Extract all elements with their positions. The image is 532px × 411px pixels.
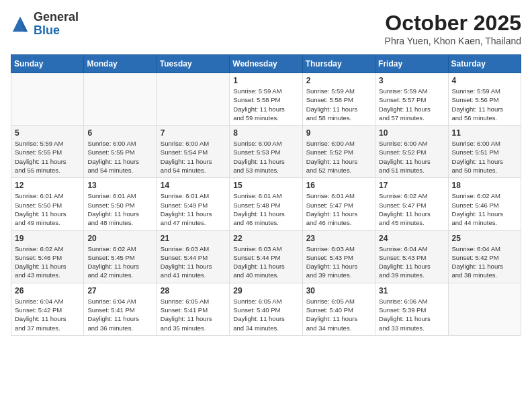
- day-info: Sunrise: 6:00 AM Sunset: 5:52 PM Dayligh…: [379, 139, 444, 175]
- day-info: Sunrise: 6:04 AM Sunset: 5:41 PM Dayligh…: [87, 297, 152, 332]
- calendar-cell: 12Sunrise: 6:01 AM Sunset: 5:50 PM Dayli…: [11, 178, 84, 230]
- day-number: 15: [233, 181, 298, 190]
- logo-general: General: [34, 10, 79, 24]
- calendar-cell: 8Sunrise: 6:00 AM Sunset: 5:53 PM Daylig…: [230, 126, 302, 178]
- day-number: 1: [233, 76, 298, 85]
- day-number: 22: [233, 234, 298, 243]
- day-info: Sunrise: 6:01 AM Sunset: 5:50 PM Dayligh…: [15, 191, 80, 227]
- weekday-header: Monday: [84, 55, 157, 73]
- calendar-cell: 21Sunrise: 6:03 AM Sunset: 5:44 PM Dayli…: [157, 230, 229, 283]
- calendar-week-row: 1Sunrise: 5:59 AM Sunset: 5:58 PM Daylig…: [11, 73, 521, 126]
- logo-blue: Blue: [34, 24, 60, 37]
- day-info: Sunrise: 6:05 AM Sunset: 5:40 PM Dayligh…: [233, 297, 298, 332]
- calendar-cell: 17Sunrise: 6:02 AM Sunset: 5:47 PM Dayli…: [375, 178, 448, 230]
- calendar-cell: 10Sunrise: 6:00 AM Sunset: 5:52 PM Dayli…: [375, 126, 448, 178]
- day-number: 20: [87, 234, 152, 243]
- day-info: Sunrise: 6:00 AM Sunset: 5:55 PM Dayligh…: [87, 139, 152, 175]
- day-number: 19: [15, 234, 80, 243]
- day-info: Sunrise: 6:04 AM Sunset: 5:42 PM Dayligh…: [452, 244, 517, 280]
- day-info: Sunrise: 6:04 AM Sunset: 5:43 PM Dayligh…: [379, 244, 444, 280]
- calendar-cell: 27Sunrise: 6:04 AM Sunset: 5:41 PM Dayli…: [84, 283, 157, 335]
- day-number: 26: [15, 286, 80, 295]
- weekday-header: Sunday: [11, 55, 84, 73]
- calendar-cell: 20Sunrise: 6:02 AM Sunset: 5:45 PM Dayli…: [84, 230, 157, 283]
- calendar-cell: 7Sunrise: 6:00 AM Sunset: 5:54 PM Daylig…: [157, 126, 229, 178]
- day-info: Sunrise: 6:01 AM Sunset: 5:49 PM Dayligh…: [161, 191, 226, 227]
- day-info: Sunrise: 6:03 AM Sunset: 5:43 PM Dayligh…: [306, 244, 371, 280]
- month-title: October 2025: [385, 11, 521, 36]
- day-number: 31: [379, 286, 444, 295]
- day-number: 4: [452, 76, 517, 85]
- calendar-cell: 14Sunrise: 6:01 AM Sunset: 5:49 PM Dayli…: [157, 178, 229, 230]
- calendar-cell: 23Sunrise: 6:03 AM Sunset: 5:43 PM Dayli…: [302, 230, 375, 283]
- day-number: 17: [379, 181, 444, 190]
- calendar-cell: 26Sunrise: 6:04 AM Sunset: 5:42 PM Dayli…: [11, 283, 84, 335]
- day-info: Sunrise: 6:01 AM Sunset: 5:47 PM Dayligh…: [306, 191, 371, 227]
- day-info: Sunrise: 5:59 AM Sunset: 5:58 PM Dayligh…: [306, 87, 371, 122]
- calendar-cell: [11, 73, 84, 126]
- weekday-header: Tuesday: [157, 55, 229, 73]
- calendar-cell: 9Sunrise: 6:00 AM Sunset: 5:52 PM Daylig…: [302, 126, 375, 178]
- day-number: 21: [161, 234, 226, 243]
- calendar-week-row: 12Sunrise: 6:01 AM Sunset: 5:50 PM Dayli…: [11, 178, 521, 230]
- day-number: 13: [87, 181, 152, 190]
- day-info: Sunrise: 6:05 AM Sunset: 5:41 PM Dayligh…: [161, 297, 226, 332]
- day-info: Sunrise: 6:00 AM Sunset: 5:54 PM Dayligh…: [161, 139, 226, 175]
- day-number: 5: [15, 128, 80, 138]
- calendar-cell: 1Sunrise: 5:59 AM Sunset: 5:58 PM Daylig…: [230, 73, 302, 126]
- day-info: Sunrise: 6:05 AM Sunset: 5:40 PM Dayligh…: [306, 297, 371, 332]
- day-number: 7: [161, 128, 226, 138]
- day-info: Sunrise: 6:01 AM Sunset: 5:50 PM Dayligh…: [87, 191, 152, 227]
- day-number: 14: [161, 181, 226, 190]
- day-number: 11: [452, 128, 517, 138]
- calendar-cell: 30Sunrise: 6:05 AM Sunset: 5:40 PM Dayli…: [302, 283, 375, 335]
- calendar-cell: [157, 73, 229, 126]
- day-number: 16: [306, 181, 371, 190]
- calendar-cell: 16Sunrise: 6:01 AM Sunset: 5:47 PM Dayli…: [302, 178, 375, 230]
- calendar-cell: 4Sunrise: 5:59 AM Sunset: 5:56 PM Daylig…: [448, 73, 521, 126]
- calendar-cell: 22Sunrise: 6:03 AM Sunset: 5:44 PM Dayli…: [230, 230, 302, 283]
- day-info: Sunrise: 5:59 AM Sunset: 5:55 PM Dayligh…: [15, 139, 80, 175]
- calendar-cell: 13Sunrise: 6:01 AM Sunset: 5:50 PM Dayli…: [84, 178, 157, 230]
- calendar-table: SundayMondayTuesdayWednesdayThursdayFrid…: [11, 54, 521, 336]
- calendar-cell: 15Sunrise: 6:01 AM Sunset: 5:48 PM Dayli…: [230, 178, 302, 230]
- calendar-header-row: SundayMondayTuesdayWednesdayThursdayFrid…: [11, 55, 521, 73]
- day-info: Sunrise: 6:06 AM Sunset: 5:39 PM Dayligh…: [379, 297, 444, 332]
- day-number: 28: [161, 286, 226, 295]
- day-number: 6: [87, 128, 152, 138]
- day-number: 27: [87, 286, 152, 295]
- calendar-cell: 5Sunrise: 5:59 AM Sunset: 5:55 PM Daylig…: [11, 126, 84, 178]
- logo-text: General Blue: [34, 11, 79, 38]
- calendar-cell: 28Sunrise: 6:05 AM Sunset: 5:41 PM Dayli…: [157, 283, 229, 335]
- day-info: Sunrise: 6:00 AM Sunset: 5:51 PM Dayligh…: [452, 139, 517, 175]
- page-header: General Blue October 2025 Phra Yuen, Kho…: [11, 11, 521, 46]
- calendar-cell: 2Sunrise: 5:59 AM Sunset: 5:58 PM Daylig…: [302, 73, 375, 126]
- day-number: 12: [15, 181, 80, 190]
- day-info: Sunrise: 6:02 AM Sunset: 5:46 PM Dayligh…: [15, 244, 80, 280]
- day-info: Sunrise: 6:04 AM Sunset: 5:42 PM Dayligh…: [15, 297, 80, 332]
- day-info: Sunrise: 6:03 AM Sunset: 5:44 PM Dayligh…: [233, 244, 298, 280]
- weekday-header: Thursday: [302, 55, 375, 73]
- logo: General Blue: [11, 11, 79, 38]
- day-number: 25: [452, 234, 517, 243]
- calendar-cell: 19Sunrise: 6:02 AM Sunset: 5:46 PM Dayli…: [11, 230, 84, 283]
- calendar-week-row: 5Sunrise: 5:59 AM Sunset: 5:55 PM Daylig…: [11, 126, 521, 178]
- calendar-cell: 24Sunrise: 6:04 AM Sunset: 5:43 PM Dayli…: [375, 230, 448, 283]
- calendar-cell: 25Sunrise: 6:04 AM Sunset: 5:42 PM Dayli…: [448, 230, 521, 283]
- day-number: 3: [379, 76, 444, 85]
- weekday-header: Wednesday: [230, 55, 302, 73]
- calendar-week-row: 19Sunrise: 6:02 AM Sunset: 5:46 PM Dayli…: [11, 230, 521, 283]
- day-info: Sunrise: 5:59 AM Sunset: 5:57 PM Dayligh…: [379, 87, 444, 122]
- day-info: Sunrise: 6:00 AM Sunset: 5:52 PM Dayligh…: [306, 139, 371, 175]
- calendar-cell: 11Sunrise: 6:00 AM Sunset: 5:51 PM Dayli…: [448, 126, 521, 178]
- calendar-cell: 31Sunrise: 6:06 AM Sunset: 5:39 PM Dayli…: [375, 283, 448, 335]
- logo-icon: [11, 15, 30, 34]
- day-info: Sunrise: 6:03 AM Sunset: 5:44 PM Dayligh…: [161, 244, 226, 280]
- day-number: 24: [379, 234, 444, 243]
- day-number: 30: [306, 286, 371, 295]
- day-info: Sunrise: 6:01 AM Sunset: 5:48 PM Dayligh…: [233, 191, 298, 227]
- day-number: 23: [306, 234, 371, 243]
- day-info: Sunrise: 5:59 AM Sunset: 5:56 PM Dayligh…: [452, 87, 517, 122]
- weekday-header: Saturday: [448, 55, 521, 73]
- day-number: 10: [379, 128, 444, 138]
